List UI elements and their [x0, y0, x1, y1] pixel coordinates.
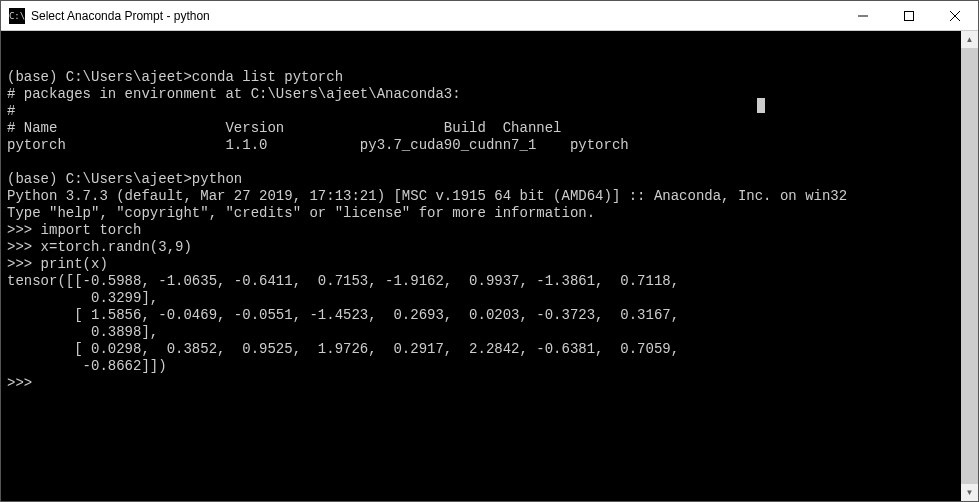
terminal-line: (base) C:\Users\ajeet>python [7, 171, 955, 188]
terminal-line [7, 154, 955, 171]
svg-rect-1 [905, 11, 914, 20]
terminal-line: >>> x=torch.randn(3,9) [7, 239, 955, 256]
terminal-line: # Name Version Build Channel [7, 120, 955, 137]
app-icon: C:\ [9, 8, 25, 24]
close-button[interactable] [932, 1, 978, 30]
terminal-line: 0.3898], [7, 324, 955, 341]
terminal-line: Python 3.7.3 (default, Mar 27 2019, 17:1… [7, 188, 955, 205]
scrollbar-thumb[interactable] [961, 48, 978, 484]
terminal-line: >>> [7, 375, 955, 392]
terminal-line: pytorch 1.1.0 py3.7_cuda90_cudnn7_1 pyto… [7, 137, 955, 154]
vertical-scrollbar[interactable]: ▲ ▼ [961, 31, 978, 501]
terminal-line: [ 0.0298, 0.3852, 0.9525, 1.9726, 0.2917… [7, 341, 955, 358]
terminal-line: >>> import torch [7, 222, 955, 239]
terminal-output[interactable]: (base) C:\Users\ajeet>conda list pytorch… [1, 31, 961, 501]
terminal-line: tensor([[-0.5988, -1.0635, -0.6411, 0.71… [7, 273, 955, 290]
terminal-line: # [7, 103, 955, 120]
window-controls [840, 1, 978, 30]
terminal-line: -0.8662]]) [7, 358, 955, 375]
minimize-button[interactable] [840, 1, 886, 30]
terminal-line: [ 1.5856, -0.0469, -0.0551, -1.4523, 0.2… [7, 307, 955, 324]
terminal-line: 0.3299], [7, 290, 955, 307]
terminal-line: # packages in environment at C:\Users\aj… [7, 86, 955, 103]
terminal-container: (base) C:\Users\ajeet>conda list pytorch… [1, 31, 978, 501]
text-cursor [757, 98, 765, 113]
maximize-button[interactable] [886, 1, 932, 30]
terminal-line: (base) C:\Users\ajeet>conda list pytorch [7, 69, 955, 86]
window-title: Select Anaconda Prompt - python [31, 9, 840, 23]
scrollbar-up-arrow[interactable]: ▲ [961, 31, 978, 48]
titlebar: C:\ Select Anaconda Prompt - python [1, 1, 978, 31]
terminal-line: >>> print(x) [7, 256, 955, 273]
terminal-line: Type "help", "copyright", "credits" or "… [7, 205, 955, 222]
scrollbar-down-arrow[interactable]: ▼ [961, 484, 978, 501]
